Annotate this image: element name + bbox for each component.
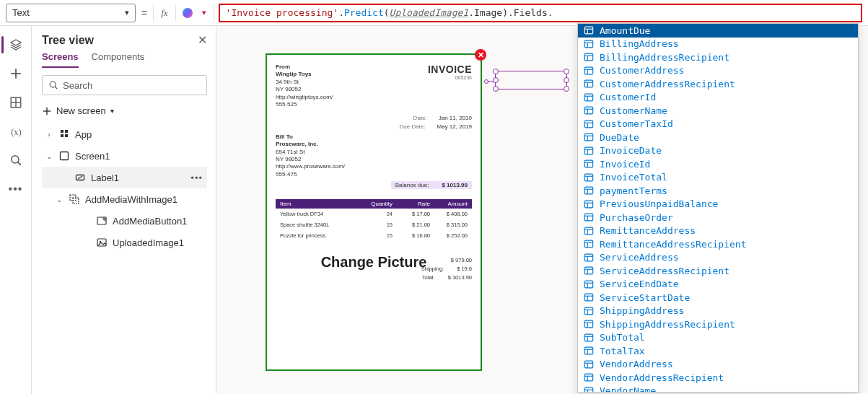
th-item: Item	[280, 201, 355, 207]
autocomplete-item[interactable]: VendorAddressRecipient	[578, 371, 858, 385]
formula-token-lparen: (	[384, 7, 390, 18]
autocomplete-item[interactable]: ShippingAddressRecipient	[578, 318, 858, 331]
th-qty: Quantity	[355, 201, 393, 207]
autocomplete-item[interactable]: VendorAddress	[578, 358, 858, 372]
tree-close-button[interactable]: ✕	[198, 33, 207, 47]
group-icon	[68, 193, 81, 206]
autocomplete-item[interactable]: CustomerAddressRecipient	[578, 77, 858, 91]
resize-handle[interactable]	[493, 69, 499, 74]
cell-item: Puzzle for princess	[280, 232, 355, 239]
rail-more[interactable]: •••	[3, 176, 29, 202]
autocomplete-item[interactable]: InvoiceTotal	[578, 171, 858, 185]
autocomplete-item[interactable]: DueDate	[578, 131, 858, 144]
formula-token-string: 'Invoice processing'	[226, 7, 339, 18]
new-screen-label: New screen	[56, 105, 106, 116]
autocomplete-item-label: PurchaseOrder	[600, 212, 673, 223]
tree-node-label: UploadedImage1	[113, 237, 184, 248]
field-icon	[584, 25, 594, 35]
rail-data[interactable]	[3, 89, 29, 115]
autocomplete-item[interactable]: InvoiceDate	[578, 144, 858, 158]
tab-screens[interactable]: Screens	[42, 51, 79, 68]
field-icon	[584, 159, 594, 169]
resize-handle[interactable]	[493, 86, 499, 92]
rail-tree-view[interactable]	[3, 32, 29, 58]
autocomplete-item-label: VendorAddress	[600, 359, 673, 369]
invoice-date-value: Jan 11, 2019	[439, 114, 472, 122]
cell-rate: $ 17.00	[393, 211, 430, 217]
autocomplete-item[interactable]: RemittanceAddressRecipient	[578, 237, 858, 251]
autocomplete-item-label: InvoiceId	[600, 159, 650, 170]
autocomplete-item[interactable]: CustomerId	[578, 91, 858, 105]
copilot-button[interactable]	[180, 6, 195, 20]
resize-handle[interactable]	[564, 77, 569, 83]
resize-handle[interactable]	[564, 86, 569, 92]
autocomplete-item[interactable]: ServiceAddress	[578, 251, 858, 265]
autocomplete-item[interactable]: CustomerAddress	[578, 64, 858, 78]
resize-handle[interactable]	[493, 77, 499, 83]
autocomplete-item[interactable]: VendorName	[578, 385, 858, 393]
autocomplete-item[interactable]: TotalTax	[578, 344, 858, 358]
tree-node-addmedia[interactable]: ⌄ AddMediaWithImage1	[42, 188, 207, 210]
tree-node-app[interactable]: › App	[42, 123, 207, 145]
autocomplete-item-label: CustomerName	[600, 105, 667, 116]
rail-insert[interactable]	[3, 61, 29, 87]
formula-token-variable: UploadedImage1	[390, 7, 469, 18]
autocomplete-item[interactable]: ServiceEndDate	[578, 278, 858, 292]
new-screen-button[interactable]: New screen ▾	[42, 102, 207, 123]
autocomplete-item[interactable]: CustomerTaxId	[578, 118, 858, 131]
autocomplete-item-label: ShippingAddressRecipient	[600, 319, 735, 330]
tree-search-input[interactable]: Search	[42, 75, 207, 95]
cell-amount: $ 252.00	[430, 232, 468, 239]
field-icon	[584, 212, 594, 222]
formula-autocomplete-dropdown[interactable]: AmountDueBillingAddressBillingAddressRec…	[577, 23, 859, 393]
autocomplete-item[interactable]: SubTotal	[578, 331, 858, 345]
selected-label-control[interactable]	[495, 71, 567, 89]
field-icon	[584, 346, 594, 356]
autocomplete-item-label: CustomerAddress	[600, 65, 684, 76]
property-selector[interactable]: Text ▾	[6, 4, 136, 22]
tree-node-screen1[interactable]: ⌄ Screen1	[42, 145, 207, 167]
ellipsis-icon: •••	[9, 183, 23, 196]
autocomplete-item-label: CustomerId	[600, 92, 656, 102]
tree-node-label1[interactable]: Label1 •••	[42, 167, 207, 188]
autocomplete-item[interactable]: ServiceStartDate	[578, 291, 858, 305]
copilot-chevron-down-icon[interactable]: ▾	[199, 8, 209, 17]
autocomplete-item[interactable]: InvoiceId	[578, 157, 858, 171]
tree-node-uploadedimage1[interactable]: UploadedImage1	[42, 232, 207, 253]
invoice-billto-label: Bill To	[276, 133, 293, 140]
autocomplete-item[interactable]: BillingAddressRecipient	[578, 51, 858, 64]
autocomplete-item[interactable]: AmountDue	[578, 24, 858, 38]
autocomplete-item-label: VendorAddressRecipient	[600, 372, 724, 383]
autocomplete-item[interactable]: CustomerName	[578, 104, 858, 118]
tab-components[interactable]: Components	[92, 51, 145, 68]
autocomplete-item-label: DueDate	[600, 132, 639, 143]
uploaded-image-preview[interactable]: ✕ From Wingtip Toys 34 5th St NY 98052 h…	[266, 53, 482, 371]
invoice-from-block: From Wingtip Toys 34 5th St NY 98052 htt…	[276, 64, 333, 108]
remove-image-button[interactable]: ✕	[475, 49, 486, 61]
autocomplete-item-label: BillingAddress	[600, 38, 679, 49]
resize-handle[interactable]	[564, 69, 569, 74]
field-icon	[584, 172, 594, 183]
autocomplete-item[interactable]: BillingAddress	[578, 38, 858, 51]
autocomplete-item[interactable]: RemittanceAddress	[578, 224, 858, 238]
close-icon: ✕	[198, 34, 207, 46]
tree-node-more-button[interactable]: •••	[190, 172, 207, 183]
autocomplete-item[interactable]: paymentTerms	[578, 184, 858, 198]
autocomplete-item[interactable]: ShippingAddress	[578, 305, 858, 318]
invoice-due-label: Due Date:	[399, 123, 425, 131]
rail-variables[interactable]	[3, 118, 29, 144]
autocomplete-item[interactable]: ServiceAddressRecipient	[578, 264, 858, 278]
search-icon	[48, 80, 58, 90]
search-placeholder: Search	[63, 80, 92, 91]
divider	[153, 5, 154, 21]
autocomplete-item-label: BillingAddressRecipient	[600, 52, 729, 63]
tree-node-label: App	[75, 129, 92, 140]
formula-input[interactable]: 'Invoice processing' . Predict ( Uploade…	[219, 4, 862, 22]
autocomplete-item[interactable]: PurchaseOrder	[578, 211, 858, 224]
chevron-down-icon: ⌄	[45, 152, 53, 160]
app-icon	[58, 128, 71, 141]
autocomplete-item[interactable]: PreviousUnpaidBalance	[578, 198, 858, 211]
tree-node-addmediabutton1[interactable]: AddMediaButton1	[42, 210, 207, 232]
layers-icon	[9, 38, 22, 51]
rail-search[interactable]	[3, 147, 29, 173]
